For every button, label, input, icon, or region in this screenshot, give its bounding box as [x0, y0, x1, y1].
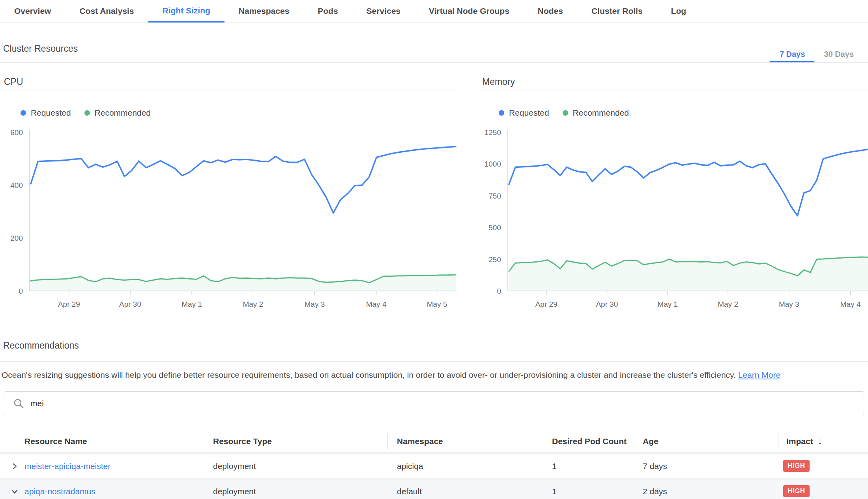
cpu-legend-recommended-label: Recommended	[95, 108, 151, 118]
namespace-cell: default	[397, 480, 422, 499]
impact-badge-high: HIGH	[783, 460, 810, 472]
svg-text:1000: 1000	[485, 160, 501, 168]
svg-text:May 3: May 3	[305, 300, 325, 308]
memory-title-rule	[478, 90, 868, 90]
recommended-dot-icon	[563, 110, 568, 116]
svg-text:May 2: May 2	[718, 300, 738, 308]
svg-text:May 4: May 4	[840, 300, 861, 308]
requested-dot-icon	[21, 110, 26, 116]
svg-text:May 4: May 4	[366, 300, 387, 308]
cpu-legend-requested[interactable]: Requested	[21, 108, 71, 118]
recommendations-table: Resource Name Resource Type Namespace De…	[0, 430, 868, 499]
age-cell: 7 days	[643, 454, 667, 478]
svg-text:May 5: May 5	[427, 300, 447, 308]
recommendations-title: Recommendations	[3, 340, 79, 351]
range-tab-30-days[interactable]: 30 Days	[814, 47, 863, 62]
cpu-legend: Requested Recommended	[21, 108, 151, 118]
tab-nodes[interactable]: Nodes	[524, 0, 577, 23]
svg-text:Apr 29: Apr 29	[58, 300, 80, 308]
resource-type-cell: deployment	[213, 454, 256, 478]
tab-namespaces[interactable]: Namespaces	[224, 0, 303, 23]
svg-text:Apr 30: Apr 30	[596, 300, 618, 308]
search-input[interactable]	[30, 398, 864, 409]
recommendations-divider	[0, 361, 868, 362]
col-header-namespace[interactable]: Namespace	[397, 430, 443, 452]
row-expander[interactable]	[9, 486, 20, 497]
search-icon	[13, 398, 24, 409]
row-expander[interactable]	[9, 461, 20, 471]
cpu-chart-title: CPU	[4, 77, 23, 87]
col-header-resource-type[interactable]: Resource Type	[213, 430, 272, 452]
memory-legend-requested[interactable]: Requested	[499, 108, 549, 118]
resource-name-link[interactable]: apiqa-nostradamus	[24, 480, 95, 499]
cpu-chart-panel: CPU Requested Recommended 0200400600Apr …	[0, 62, 458, 313]
column-separator	[544, 434, 544, 449]
requested-dot-icon	[499, 110, 504, 116]
svg-text:250: 250	[488, 255, 501, 264]
svg-text:500: 500	[488, 223, 501, 232]
page-title: Cluster Resources	[3, 43, 78, 54]
tab-virtual-node-groups[interactable]: Virtual Node Groups	[415, 0, 524, 23]
svg-text:0: 0	[497, 287, 501, 295]
column-separator	[387, 434, 388, 449]
col-header-age[interactable]: Age	[643, 430, 658, 452]
tab-cluster-rolls[interactable]: Cluster Rolls	[577, 0, 657, 23]
recommendations-description: Ocean's resizing suggestions will help y…	[2, 370, 868, 380]
resource-type-cell: deployment	[213, 480, 256, 499]
table-row[interactable]: apiqa-nostradamus deployment default 1 2…	[0, 480, 868, 499]
pod-count-cell: 1	[552, 480, 557, 499]
sort-desc-icon[interactable]: ↓	[818, 436, 822, 446]
tab-overview[interactable]: Overview	[0, 0, 65, 23]
recommendations-description-text: Ocean's resizing suggestions will help y…	[2, 370, 736, 379]
tab-services[interactable]: Services	[352, 0, 415, 23]
svg-text:400: 400	[10, 181, 23, 189]
memory-chart-title: Memory	[482, 77, 515, 87]
svg-text:May 1: May 1	[657, 300, 678, 308]
svg-text:May 2: May 2	[243, 300, 263, 308]
namespace-cell: apiciqa	[397, 454, 423, 478]
column-separator	[778, 434, 778, 449]
col-header-impact[interactable]: Impact↓	[786, 430, 822, 452]
chevron-right-icon	[11, 462, 19, 470]
impact-badge-high: HIGH	[783, 485, 810, 497]
svg-text:Apr 30: Apr 30	[119, 300, 141, 308]
memory-line-chart[interactable]: 025050075010001250Apr 29Apr 30May 1May 2…	[478, 126, 868, 313]
svg-text:1250: 1250	[485, 128, 501, 137]
col-header-resource-name[interactable]: Resource Name	[24, 430, 87, 452]
tab-log[interactable]: Log	[657, 0, 700, 23]
age-cell: 2 days	[643, 480, 667, 499]
col-header-desired-pod-count[interactable]: Desired Pod Count	[552, 430, 627, 452]
recommended-dot-icon	[84, 110, 90, 116]
cpu-title-rule	[0, 90, 458, 90]
memory-legend-requested-label: Requested	[509, 108, 549, 118]
column-separator	[633, 434, 633, 449]
svg-text:May 3: May 3	[779, 300, 799, 308]
tab-cost-analysis[interactable]: Cost Analysis	[65, 0, 148, 23]
memory-legend: Requested Recommended	[499, 108, 629, 118]
tab-pods[interactable]: Pods	[303, 0, 352, 23]
memory-chart-panel: Memory Requested Recommended 02505007501…	[478, 62, 868, 313]
memory-legend-recommended-label: Recommended	[573, 108, 629, 118]
chevron-down-icon	[11, 488, 19, 495]
tab-right-sizing[interactable]: Right Sizing	[148, 0, 224, 23]
range-tab-7-days[interactable]: 7 Days	[770, 47, 815, 62]
cpu-line-chart[interactable]: 0200400600Apr 29Apr 30May 1May 2May 3May…	[0, 126, 458, 313]
col-header-impact-label: Impact	[786, 437, 813, 446]
svg-text:750: 750	[488, 192, 501, 200]
time-range-toggle: 7 Days 30 Days	[770, 47, 863, 62]
table-header-row: Resource Name Resource Type Namespace De…	[0, 430, 868, 454]
resource-name-link[interactable]: meister-apiciqa-meister	[24, 454, 110, 478]
table-row[interactable]: meister-apiciqa-meister deployment apici…	[0, 454, 868, 480]
search-box[interactable]	[4, 391, 864, 415]
svg-text:200: 200	[10, 234, 23, 242]
pod-count-cell: 1	[552, 454, 557, 478]
svg-text:Apr 29: Apr 29	[535, 300, 557, 308]
cpu-legend-recommended[interactable]: Recommended	[84, 108, 151, 118]
learn-more-link[interactable]: Learn More	[738, 370, 780, 379]
svg-text:600: 600	[10, 128, 23, 137]
cpu-legend-requested-label: Requested	[31, 108, 71, 118]
top-nav-tabs: Overview Cost Analysis Right Sizing Name…	[0, 0, 868, 23]
svg-text:0: 0	[19, 287, 23, 295]
memory-legend-recommended[interactable]: Recommended	[563, 108, 629, 118]
charts-row: CPU Requested Recommended 0200400600Apr …	[0, 62, 868, 313]
